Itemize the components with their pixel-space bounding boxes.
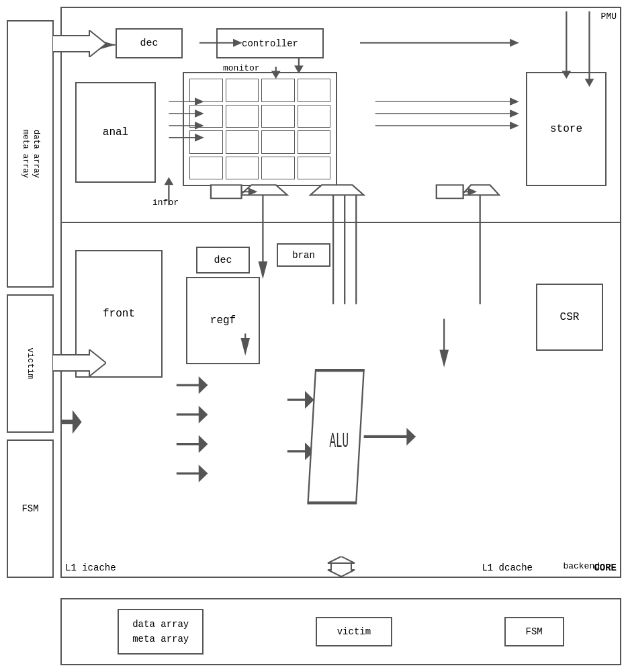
grid-cell xyxy=(189,79,223,102)
grid-cell xyxy=(298,130,331,154)
grid-cell xyxy=(226,130,259,154)
svg-marker-47 xyxy=(199,406,208,423)
icache-section: PMU dec controller monitor anal xyxy=(62,8,620,223)
legend-area: data array meta array victim FSM xyxy=(60,598,621,665)
svg-rect-31 xyxy=(211,185,242,198)
svg-marker-21 xyxy=(510,110,519,118)
anal-box: anal xyxy=(75,82,156,183)
svg-marker-29 xyxy=(310,185,364,195)
core-label: CORE xyxy=(594,562,617,573)
data-array-box-left: data array meta array xyxy=(7,20,54,288)
grid-cell xyxy=(261,130,295,154)
svg-text:ALU: ALU xyxy=(329,430,349,453)
grid-box xyxy=(183,72,337,186)
legend-fsm: FSM xyxy=(504,617,564,646)
controller-box: controller xyxy=(216,28,324,58)
victim-box-left: victim xyxy=(7,294,54,433)
grid-cell xyxy=(189,105,223,128)
svg-marker-0 xyxy=(93,38,116,52)
main-wrapper: data array meta array victim FSM PMU dec xyxy=(7,7,621,665)
grid-cell xyxy=(261,105,295,128)
legend-victim: victim xyxy=(316,617,392,646)
svg-marker-71 xyxy=(73,410,82,433)
grid-cell xyxy=(261,157,295,180)
grid-cell xyxy=(226,157,259,180)
store-box: store xyxy=(526,72,607,186)
svg-marker-45 xyxy=(199,376,208,394)
svg-rect-32 xyxy=(437,185,463,198)
legend-data-array: data array meta array xyxy=(118,609,204,655)
grid-cell xyxy=(261,79,295,102)
grid-cell xyxy=(298,105,331,128)
front-box: front xyxy=(75,250,163,378)
grid-cell xyxy=(226,79,259,102)
svg-marker-5 xyxy=(510,39,519,47)
exchange-arrows xyxy=(324,556,358,577)
l1-dcache-label: L1 dcache xyxy=(482,562,533,573)
core-section: front dec bran regf CSR xyxy=(62,223,620,577)
svg-marker-61 xyxy=(406,428,416,446)
svg-marker-30 xyxy=(461,185,499,195)
dec-box-core: dec xyxy=(196,247,250,274)
grid-cell xyxy=(226,105,259,128)
svg-marker-55 xyxy=(305,391,314,409)
svg-marker-19 xyxy=(510,97,519,106)
svg-marker-73 xyxy=(328,563,355,577)
regf-box: regf xyxy=(186,277,260,364)
grid-cell xyxy=(189,130,223,154)
fsm-box-left: FSM xyxy=(7,439,54,578)
svg-marker-51 xyxy=(199,464,208,482)
right-area: PMU dec controller monitor anal xyxy=(60,7,621,578)
grid-cell xyxy=(298,79,331,102)
left-column: data array meta array victim FSM xyxy=(7,20,54,578)
svg-marker-23 xyxy=(510,122,519,130)
svg-marker-58 xyxy=(308,370,364,503)
infor-label: infor xyxy=(152,198,179,208)
grid-cell xyxy=(298,157,331,180)
svg-marker-34 xyxy=(249,187,258,196)
svg-marker-63 xyxy=(439,349,449,367)
diagram-container: data array meta array victim FSM PMU dec xyxy=(0,0,628,672)
svg-marker-28 xyxy=(240,185,287,195)
svg-marker-57 xyxy=(305,443,314,460)
dec-box: dec xyxy=(116,28,183,58)
csr-box: CSR xyxy=(536,284,603,351)
svg-marker-38 xyxy=(165,177,174,185)
grid-cell xyxy=(189,157,223,180)
svg-marker-49 xyxy=(199,435,208,453)
l1-icache-label: L1 icache xyxy=(65,562,116,573)
bran-box: bran xyxy=(277,243,330,267)
pmu-label: PMU xyxy=(601,11,617,22)
svg-marker-36 xyxy=(467,187,477,196)
